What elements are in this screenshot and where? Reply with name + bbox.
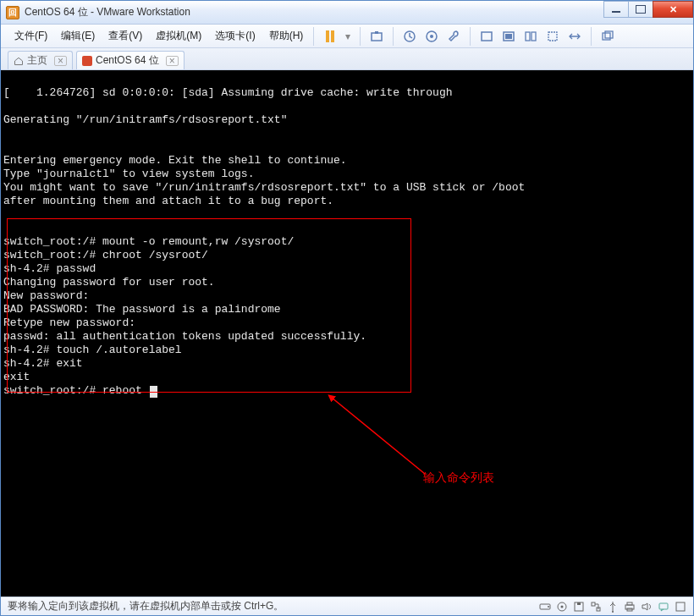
sound-icon[interactable] — [641, 601, 653, 613]
titlebar[interactable]: 回 CentOS 64 位 - VMware Workstation — [1, 1, 693, 25]
message-icon[interactable] — [658, 601, 669, 613]
stretch-icon — [568, 30, 581, 43]
fullscreen-icon — [480, 30, 493, 43]
tab-vm-label: CentOS 64 位 — [96, 53, 159, 68]
tab-vm[interactable]: CentOS 64 位 × — [76, 51, 185, 69]
pause-button[interactable] — [321, 27, 339, 46]
svg-rect-8 — [526, 32, 530, 41]
cycle-button[interactable] — [598, 27, 617, 46]
svg-rect-0 — [372, 33, 382, 41]
maximize-button[interactable] — [628, 1, 653, 18]
svg-rect-5 — [482, 32, 492, 41]
app-window: 回 CentOS 64 位 - VMware Workstation 文件(F)… — [0, 0, 694, 616]
vm-console[interactable]: [ 1.264726] sd 0:0:0:0: [sda] Assuming d… — [1, 70, 693, 597]
terminal-output: [ 1.264726] sd 0:0:0:0: [sda] Assuming d… — [2, 71, 692, 413]
terminal-line: [ 1.264726] sd 0:0:0:0: [sda] Assuming d… — [3, 86, 453, 99]
terminal-line: switch_root:/# mount -o remount,rw /sysr… — [3, 235, 294, 248]
wrench-button[interactable] — [444, 27, 463, 46]
tab-home-close[interactable]: × — [54, 56, 67, 66]
menu-help[interactable]: 帮助(H) — [262, 25, 311, 47]
statusbar-icons — [539, 601, 686, 613]
usb-icon[interactable] — [607, 601, 619, 613]
menu-tabs[interactable]: 选项卡(I) — [208, 25, 262, 47]
separator — [393, 27, 394, 46]
terminal-line: sh-4.2# touch /.autorelabel — [3, 344, 182, 356]
vm-icon — [82, 56, 92, 66]
menu-vm[interactable]: 虚拟机(M) — [149, 25, 208, 47]
network-icon[interactable] — [590, 601, 602, 613]
statusbar-text: 要将输入定向到该虚拟机，请在虚拟机内部单击或按 Ctrl+G。 — [8, 599, 284, 613]
wrench-icon — [447, 30, 460, 43]
snapshot-mgr-button[interactable] — [422, 27, 441, 46]
terminal-line: switch_root:/# chroot /sysroot/ — [3, 249, 208, 261]
fit-button[interactable] — [543, 27, 562, 46]
toolbar: ▾ — [321, 27, 617, 46]
svg-point-22 — [612, 611, 614, 613]
menu-edit[interactable]: 编辑(E) — [54, 25, 102, 47]
tab-vm-close[interactable]: × — [166, 56, 179, 66]
separator — [470, 27, 471, 46]
stretch-button[interactable] — [565, 27, 584, 46]
statusbar: 要将输入定向到该虚拟机，请在虚拟机内部单击或按 Ctrl+G。 — [1, 597, 693, 615]
separator — [591, 27, 592, 46]
clock-icon — [403, 30, 416, 43]
window-controls — [604, 1, 693, 18]
terminal-line: switch_root:/# reboot — [3, 384, 157, 397]
svg-rect-12 — [605, 31, 613, 38]
printer-icon[interactable] — [624, 601, 636, 613]
terminal-line: Entering emergency mode. Exit the shell … — [3, 154, 347, 167]
terminal-line: exit — [3, 371, 30, 383]
snapshot-button[interactable] — [367, 27, 386, 46]
svg-rect-20 — [592, 602, 595, 606]
svg-rect-26 — [659, 603, 668, 609]
terminal-line: after mounting them and attach it to a b… — [3, 195, 333, 207]
tile-button[interactable] — [521, 27, 540, 46]
terminal-line: Type "journalctl" to view system logs. — [3, 168, 254, 180]
fullscreen-button[interactable] — [477, 27, 496, 46]
close-button[interactable] — [653, 1, 693, 18]
menubar: 文件(F) 编辑(E) 查看(V) 虚拟机(M) 选项卡(I) 帮助(H) ▾ — [1, 25, 693, 48]
tab-home-label: 主页 — [27, 53, 47, 68]
terminal-line: Retype new password: — [3, 316, 135, 329]
tile-icon — [524, 30, 537, 43]
app-icon: 回 — [6, 6, 19, 19]
svg-point-15 — [548, 606, 549, 608]
svg-rect-24 — [627, 602, 632, 605]
terminal-line: passwd: all authentication tokens update… — [3, 330, 366, 343]
expand-icon[interactable] — [675, 601, 686, 613]
minimize-button[interactable] — [603, 1, 629, 18]
terminal-line: sh-4.2# passwd — [3, 262, 96, 275]
svg-point-4 — [430, 35, 433, 38]
menu-view[interactable]: 查看(V) — [102, 25, 149, 47]
svg-rect-1 — [375, 31, 378, 34]
terminal-line: BAD PASSWORD: The password is a palindro… — [3, 303, 281, 316]
svg-rect-9 — [532, 32, 536, 41]
floppy-icon[interactable] — [573, 601, 585, 613]
terminal-cursor — [150, 386, 157, 398]
terminal-line: Changing password for user root. — [3, 276, 215, 289]
terminal-line: You might want to save "/run/initramfs/r… — [3, 181, 525, 194]
hdd-icon[interactable] — [539, 601, 551, 613]
revert-button[interactable] — [400, 27, 419, 46]
terminal-line: sh-4.2# exit — [3, 357, 83, 370]
menu-file[interactable]: 文件(F) — [8, 25, 54, 47]
tabstrip: 主页 × CentOS 64 位 × — [1, 48, 693, 70]
window-title: CentOS 64 位 - VMware Workstation — [25, 5, 190, 19]
cd-icon[interactable] — [556, 601, 568, 613]
svg-rect-11 — [603, 33, 610, 40]
svg-rect-7 — [505, 34, 512, 39]
unity-icon — [502, 30, 515, 43]
power-dropdown[interactable]: ▾ — [343, 27, 353, 46]
unity-button[interactable] — [499, 27, 518, 46]
svg-point-17 — [561, 605, 564, 608]
cycle-icon — [601, 30, 614, 43]
svg-rect-19 — [577, 602, 581, 605]
svg-rect-27 — [676, 602, 685, 611]
svg-rect-10 — [548, 32, 557, 41]
separator — [313, 27, 314, 46]
clock-icon — [425, 30, 438, 43]
tab-home[interactable]: 主页 × — [8, 51, 73, 69]
fit-icon — [546, 30, 559, 43]
annotation-text: 输入命令列表 — [423, 470, 494, 486]
home-icon — [14, 56, 24, 66]
